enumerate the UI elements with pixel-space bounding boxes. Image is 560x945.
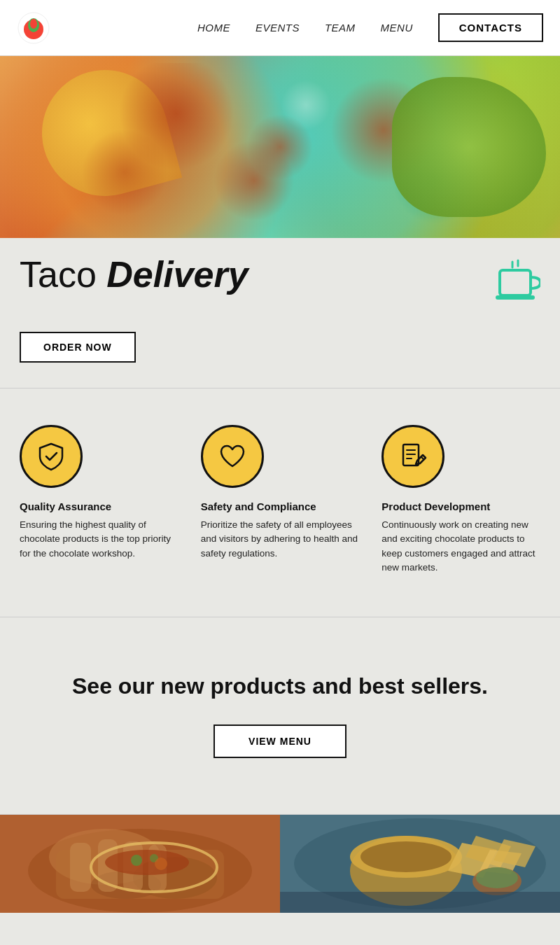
order-now-button[interactable]: ORDER NOW bbox=[20, 332, 136, 363]
hero-image bbox=[0, 56, 560, 238]
quality-assurance-icon-circle bbox=[20, 425, 83, 488]
navbar: HOME EVENTS TEAM MENU CONTACTS bbox=[0, 0, 560, 56]
cta-title: See our new products and best sellers. bbox=[70, 673, 490, 699]
feature-product-development: Product Development Continuously work on… bbox=[382, 425, 540, 575]
order-btn-wrap: ORDER NOW bbox=[0, 332, 560, 388]
nav-links: HOME EVENTS TEAM MENU bbox=[197, 22, 413, 34]
feature-quality-assurance: Quality Assurance Ensuring the highest q… bbox=[20, 425, 178, 575]
svg-point-25 bbox=[105, 850, 189, 875]
shield-check-icon bbox=[36, 441, 66, 472]
svg-rect-8 bbox=[496, 295, 535, 300]
svg-rect-40 bbox=[280, 892, 560, 913]
product-image-left-overlay bbox=[0, 815, 280, 913]
svg-rect-20 bbox=[70, 843, 91, 892]
svg-point-39 bbox=[476, 867, 518, 888]
nav-home[interactable]: HOME bbox=[197, 22, 230, 34]
document-edit-icon bbox=[398, 441, 428, 472]
svg-rect-7 bbox=[500, 270, 531, 295]
product-development-desc: Continuously work on creating new and ex… bbox=[382, 518, 540, 575]
safety-compliance-desc: Prioritize the safety of all employees a… bbox=[201, 518, 360, 561]
product-development-title: Product Development bbox=[382, 500, 540, 512]
safety-compliance-icon-circle bbox=[201, 425, 264, 488]
hero-text-section: Taco Delivery bbox=[0, 238, 560, 332]
svg-point-33 bbox=[360, 841, 451, 872]
safety-compliance-title: Safety and Compliance bbox=[201, 500, 360, 512]
product-image-right-overlay bbox=[280, 815, 560, 913]
coffee-icon bbox=[490, 258, 540, 318]
quality-assurance-title: Quality Assurance bbox=[20, 500, 178, 512]
svg-line-13 bbox=[421, 456, 424, 459]
feature-safety-compliance: Safety and Compliance Prioritize the saf… bbox=[201, 425, 360, 575]
cta-section: See our new products and best sellers. V… bbox=[0, 617, 560, 815]
quality-assurance-desc: Ensuring the highest quality of chocolat… bbox=[20, 518, 178, 561]
features-section: Quality Assurance Ensuring the highest q… bbox=[0, 388, 560, 617]
product-development-icon-circle bbox=[382, 425, 444, 488]
nav-team[interactable]: TEAM bbox=[325, 22, 356, 34]
heart-icon bbox=[217, 441, 248, 472]
svg-point-28 bbox=[155, 858, 167, 870]
svg-point-4 bbox=[31, 19, 36, 23]
svg-point-26 bbox=[131, 855, 142, 866]
nav-menu[interactable]: MENU bbox=[381, 22, 413, 34]
hero-title: Taco Delivery bbox=[20, 255, 248, 295]
product-image-taco-hand bbox=[0, 815, 280, 913]
products-grid bbox=[0, 815, 560, 913]
view-menu-button[interactable]: VIEW MENU bbox=[214, 724, 346, 758]
contacts-button[interactable]: CONTACTS bbox=[438, 13, 543, 42]
logo[interactable] bbox=[17, 11, 50, 45]
nav-events[interactable]: EVENTS bbox=[255, 22, 300, 34]
product-image-chips bbox=[280, 815, 560, 913]
